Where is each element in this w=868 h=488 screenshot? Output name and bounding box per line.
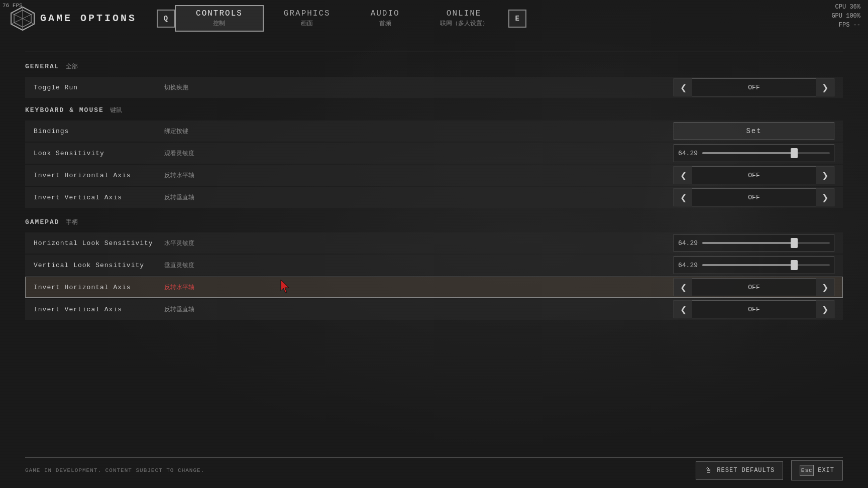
exit-button[interactable]: Esc EXIT bbox=[791, 460, 843, 480]
tab-online-label: ONLINE bbox=[447, 9, 482, 18]
kb-invert-h-label-cn: 反转水平轴 bbox=[164, 171, 204, 180]
gp-invert-v-label-cn: 反转垂直轴 bbox=[164, 305, 204, 314]
section-gamepad-title-en: GAMEPAD bbox=[25, 218, 60, 226]
look-sensitivity-slider[interactable]: 64.29 bbox=[674, 144, 834, 162]
nav-key-left[interactable]: Q bbox=[157, 10, 175, 28]
gp-invert-v-control[interactable]: ❮ OFF ❯ bbox=[674, 300, 834, 318]
bindings-label-en: Bindings bbox=[34, 128, 164, 135]
kb-invert-v-value: OFF bbox=[692, 194, 816, 201]
kb-invert-v-label-en: Invert Vertical Axis bbox=[34, 194, 164, 201]
kb-invert-h-value: OFF bbox=[692, 172, 816, 179]
kb-invert-v-next[interactable]: ❯ bbox=[816, 188, 834, 206]
tab-controls-label: CONTROLS bbox=[196, 9, 243, 18]
top-bar: GAME OPTIONS Q CONTROLS 控制 GRAPHICS 画面 A… bbox=[0, 0, 868, 37]
kb-invert-h-label-en: Invert Horizontal Axis bbox=[34, 172, 164, 179]
toggle-run-control[interactable]: ❮ OFF ❯ bbox=[674, 78, 834, 96]
bindings-label-cn: 绑定按键 bbox=[164, 127, 204, 136]
tab-online[interactable]: ONLINE 联网（多人设置） bbox=[420, 6, 508, 31]
section-general-title-en: GENERAL bbox=[25, 63, 60, 70]
tab-graphics[interactable]: GRAPHICS 画面 bbox=[264, 6, 351, 31]
gp-h-sensitivity-label-en: Horizontal Look Sensitivity bbox=[34, 239, 164, 247]
toggle-run-label-en: Toggle Run bbox=[34, 84, 164, 91]
gp-invert-h-control[interactable]: ❮ OFF ❯ bbox=[674, 278, 834, 296]
bindings-set-button[interactable]: Set bbox=[674, 122, 834, 140]
game-title: GAME OPTIONS bbox=[40, 13, 137, 24]
gp-h-sensitivity-value: 64.29 bbox=[678, 239, 698, 247]
row-gp-v-sensitivity: Vertical Look Sensitivity 垂直灵敏度 64.29 bbox=[25, 255, 843, 276]
look-sensitivity-value: 64.29 bbox=[678, 150, 698, 157]
tab-graphics-label: GRAPHICS bbox=[284, 9, 331, 18]
gp-invert-h-label-cn: 反转水平轴 bbox=[164, 283, 204, 292]
look-sensitivity-thumb[interactable] bbox=[791, 148, 798, 158]
section-general-header: GENERAL 全部 bbox=[25, 62, 843, 71]
kb-invert-h-prev[interactable]: ❮ bbox=[674, 166, 692, 184]
section-keyboard-header: KEYBOARD & MOUSE 键鼠 bbox=[25, 106, 843, 114]
gp-v-sensitivity-value: 64.29 bbox=[678, 262, 698, 269]
gp-invert-h-next[interactable]: ❯ bbox=[816, 278, 834, 296]
look-sensitivity-fill bbox=[702, 152, 794, 154]
gp-h-sensitivity-label-cn: 水平灵敏度 bbox=[164, 239, 204, 248]
gp-v-sensitivity-label-en: Vertical Look Sensitivity bbox=[34, 262, 164, 269]
gp-v-sensitivity-label-cn: 垂直灵敏度 bbox=[164, 261, 204, 270]
gp-v-sensitivity-slider[interactable]: 64.29 bbox=[674, 256, 834, 274]
tab-graphics-sublabel: 画面 bbox=[301, 19, 313, 28]
gp-h-sensitivity-slider[interactable]: 64.29 bbox=[674, 234, 834, 252]
gp-invert-v-prev[interactable]: ❮ bbox=[674, 300, 692, 318]
bottom-actions: 🖱 RESET DEFAULTS Esc EXIT bbox=[696, 460, 843, 480]
dev-notice: GAME IN DEVELOPMENT. CONTENT SUBJECT TO … bbox=[25, 467, 204, 473]
nav-key-right[interactable]: E bbox=[508, 10, 526, 28]
section-keyboard-title-cn: 键鼠 bbox=[110, 106, 122, 114]
gp-h-sensitivity-fill bbox=[702, 242, 794, 244]
mouse-icon: 🖱 bbox=[704, 466, 713, 475]
reset-defaults-button[interactable]: 🖱 RESET DEFAULTS bbox=[696, 461, 783, 480]
exit-label: EXIT bbox=[818, 467, 834, 474]
gp-v-sensitivity-thumb[interactable] bbox=[791, 260, 798, 270]
section-general-title-cn: 全部 bbox=[66, 62, 78, 71]
toggle-run-next[interactable]: ❯ bbox=[816, 78, 834, 96]
exit-key-badge: Esc bbox=[800, 465, 814, 476]
main-content: GENERAL 全部 Toggle Run 切换疾跑 ❮ OFF ❯ KEYBO… bbox=[0, 42, 868, 331]
logo-area: GAME OPTIONS bbox=[10, 6, 137, 31]
section-keyboard-title-en: KEYBOARD & MOUSE bbox=[25, 106, 104, 114]
tab-controls-sublabel: 控制 bbox=[213, 19, 225, 28]
row-look-sensitivity: Look Sensitivity 观看灵敏度 64.29 bbox=[25, 143, 843, 164]
look-sensitivity-track[interactable] bbox=[702, 152, 830, 154]
tab-controls[interactable]: CONTROLS 控制 bbox=[175, 5, 264, 32]
toggle-run-label-cn: 切换疾跑 bbox=[164, 83, 204, 92]
gp-h-sensitivity-track[interactable] bbox=[702, 242, 830, 244]
look-sensitivity-label-en: Look Sensitivity bbox=[34, 150, 164, 157]
row-gp-invert-v: Invert Vertical Axis 反转垂直轴 ❮ OFF ❯ bbox=[25, 299, 843, 320]
logo-icon bbox=[10, 6, 35, 31]
tab-online-sublabel: 联网（多人设置） bbox=[440, 19, 488, 28]
row-gp-h-sensitivity: Horizontal Look Sensitivity 水平灵敏度 64.29 bbox=[25, 232, 843, 254]
row-bindings: Bindings 绑定按键 Set bbox=[25, 120, 843, 142]
gp-invert-v-value: OFF bbox=[692, 306, 816, 313]
gp-invert-h-label-en: Invert Horizontal Axis bbox=[34, 284, 164, 291]
tab-audio-label: AUDIO bbox=[371, 9, 400, 18]
look-sensitivity-label-cn: 观看灵敏度 bbox=[164, 149, 204, 158]
kb-invert-h-next[interactable]: ❯ bbox=[816, 166, 834, 184]
nav-tabs: Q CONTROLS 控制 GRAPHICS 画面 AUDIO 首频 ONLIN… bbox=[157, 5, 858, 32]
bottom-divider bbox=[25, 457, 843, 458]
gp-v-sensitivity-fill bbox=[702, 264, 794, 266]
gp-invert-v-label-en: Invert Vertical Axis bbox=[34, 306, 164, 313]
row-gp-invert-h: Invert Horizontal Axis 反转水平轴 ❮ OFF ❯ bbox=[25, 277, 843, 298]
section-gamepad-header: GAMEPAD 手柄 bbox=[25, 218, 843, 226]
top-divider bbox=[25, 52, 843, 52]
toggle-run-value: OFF bbox=[692, 84, 816, 91]
reset-label: RESET DEFAULTS bbox=[717, 467, 775, 474]
kb-invert-v-control[interactable]: ❮ OFF ❯ bbox=[674, 188, 834, 206]
tab-audio-sublabel: 首频 bbox=[379, 19, 391, 28]
section-gamepad-title-cn: 手柄 bbox=[66, 218, 78, 226]
gp-invert-v-next[interactable]: ❯ bbox=[816, 300, 834, 318]
gp-invert-h-prev[interactable]: ❮ bbox=[674, 278, 692, 296]
kb-invert-h-control[interactable]: ❮ OFF ❯ bbox=[674, 166, 834, 184]
gp-v-sensitivity-track[interactable] bbox=[702, 264, 830, 266]
kb-invert-v-label-cn: 反转垂直轴 bbox=[164, 193, 204, 202]
kb-invert-v-prev[interactable]: ❮ bbox=[674, 188, 692, 206]
row-kb-invert-h: Invert Horizontal Axis 反转水平轴 ❮ OFF ❯ bbox=[25, 165, 843, 186]
gp-h-sensitivity-thumb[interactable] bbox=[791, 238, 798, 248]
tab-audio[interactable]: AUDIO 首频 bbox=[351, 6, 420, 31]
row-kb-invert-v: Invert Vertical Axis 反转垂直轴 ❮ OFF ❯ bbox=[25, 187, 843, 208]
toggle-run-prev[interactable]: ❮ bbox=[674, 78, 692, 96]
